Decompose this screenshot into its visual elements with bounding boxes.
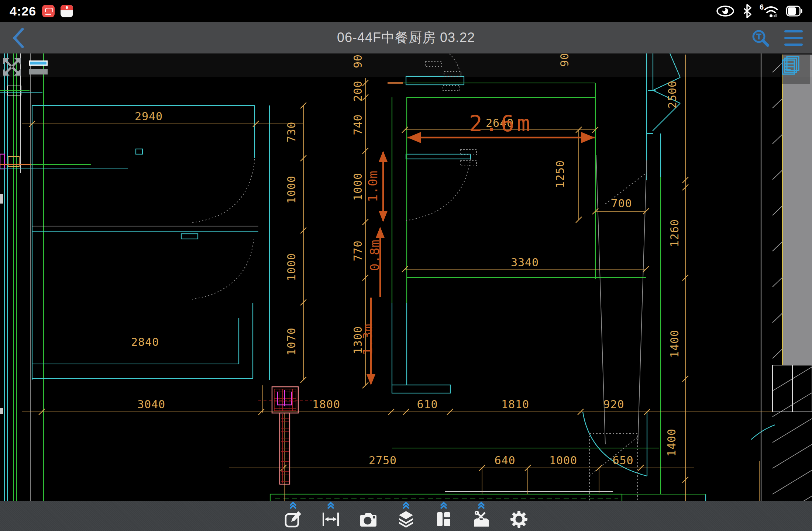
floorplan-drawing: 2940730902007409026401250250010001000770… — [0, 53, 812, 501]
dimension-label: 1000 — [285, 176, 298, 204]
cad-green-walls — [270, 83, 706, 501]
dimension-label: 2.6m — [469, 111, 533, 136]
dimension-label: 2840 — [131, 336, 159, 348]
battery-icon — [786, 6, 802, 17]
bottom-toolbar — [0, 501, 812, 531]
dimension-label: 0.8m — [367, 239, 382, 271]
inactive-layout-bar — [29, 69, 48, 74]
menu-button[interactable] — [782, 25, 805, 51]
page-title: 06-44F中餐厨房 03.22 — [0, 29, 812, 47]
dimension-label: 700 — [611, 197, 632, 210]
dimension-label: 1260 — [668, 219, 681, 247]
text-search-icon — [751, 28, 770, 48]
expand-up-icon — [475, 502, 487, 510]
expand-up-icon — [287, 502, 299, 510]
clock: 4:26 — [10, 4, 36, 18]
layers-icon — [397, 510, 415, 528]
dimension-label: 1400 — [665, 428, 678, 457]
layout-compare-widget[interactable] — [29, 58, 48, 77]
nav-bar: 06-44F中餐厨房 03.22 — [0, 22, 812, 53]
cad-red-column — [258, 387, 312, 484]
floorplan-canvas[interactable]: 2940730902007409026401250250010001000770… — [0, 53, 812, 501]
layout-blocks-icon — [435, 510, 453, 528]
measure-tool-button[interactable] — [320, 501, 341, 531]
status-bar: 4:26 6 — [0, 0, 812, 22]
dimension-label: 1250 — [554, 160, 567, 188]
measure-distance-icon — [322, 510, 340, 528]
dimension-label: 1000 — [549, 454, 577, 467]
edit-tool-button[interactable] — [283, 501, 303, 531]
dimension-labels: 2940730902007409026401250250010001000770… — [131, 53, 681, 467]
sheet-pages-icon — [780, 55, 802, 76]
menu-icon — [784, 30, 803, 46]
dimension-label: 650 — [612, 454, 633, 467]
dimension-label: 610 — [417, 398, 438, 411]
huawei-app-icon — [42, 5, 55, 17]
snapshot-tool-button[interactable] — [358, 501, 379, 531]
dimension-label: 1.3m — [360, 323, 375, 355]
bluetooth-icon — [743, 4, 752, 18]
dimension-label: 2940 — [135, 110, 163, 123]
wifi-6-label: 6 — [760, 3, 764, 11]
toolbox-tool-button[interactable] — [471, 501, 492, 531]
dimension-label: 770 — [351, 240, 364, 261]
fullscreen-button[interactable] — [2, 57, 23, 78]
fullscreen-icon — [2, 57, 21, 76]
dimension-label: 1000 — [285, 253, 298, 281]
dimension-label: 920 — [603, 398, 624, 411]
text-search-button[interactable] — [749, 25, 772, 51]
sheet-pages-button[interactable] — [780, 55, 810, 84]
dimension-label: 3040 — [137, 398, 165, 411]
eye-protection-icon — [715, 4, 736, 18]
gear-icon — [510, 510, 528, 528]
expand-up-icon — [325, 502, 337, 510]
dimension-label: 2750 — [369, 454, 397, 467]
dimension-label: 640 — [494, 454, 515, 467]
expand-up-icon — [400, 502, 412, 510]
dimension-label: 1070 — [285, 327, 298, 355]
layers-tool-button[interactable] — [396, 501, 416, 531]
cad-left-section — [0, 53, 128, 501]
cad-gray-wall-column — [773, 55, 812, 501]
wifi6-icon: 6 — [759, 3, 780, 19]
dimension-label: 1810 — [501, 398, 529, 411]
notes-app-icon — [61, 5, 73, 17]
expand-up-icon — [438, 502, 450, 510]
dimension-label: 730 — [285, 121, 298, 142]
canvas-top-overlay — [0, 53, 812, 77]
settings-tool-button[interactable] — [509, 501, 529, 531]
dimension-label: 1000 — [351, 173, 364, 201]
edit-pencil-icon — [284, 510, 302, 528]
dimension-label: 1800 — [312, 398, 340, 411]
dimension-label: 1400 — [668, 330, 681, 358]
camera-icon — [359, 510, 377, 528]
dimension-label: 1.0m — [365, 170, 380, 202]
dimension-label: 3340 — [511, 256, 539, 269]
dimension-label: 200 — [351, 80, 364, 101]
toolbox-icon — [472, 510, 490, 528]
dimension-label: 2500 — [666, 80, 679, 108]
dimension-label: 740 — [351, 114, 364, 135]
layout-tool-button[interactable] — [433, 501, 454, 531]
active-layout-bar — [29, 60, 48, 66]
